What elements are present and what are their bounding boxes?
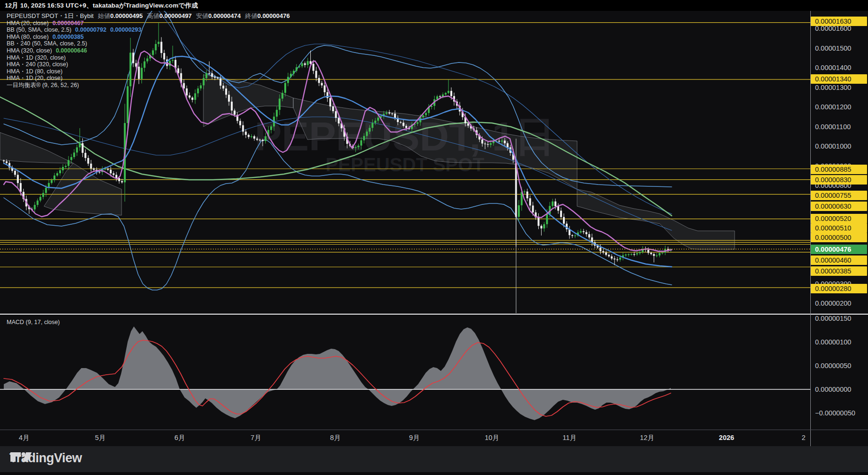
indicator-label: HMA・240 (320, close): [7, 61, 68, 68]
indicator-row[interactable]: HMA・1D (80, close): [7, 68, 290, 75]
level-price-label: 0.00000510: [811, 223, 867, 233]
legend-panel: PEPEUSDT SPOT・1日・Bybit始値0.00000495高値0.00…: [7, 13, 290, 89]
price-tick-label: 0.00001400: [810, 63, 868, 72]
macd-label-text: MACD (9, 17, close): [7, 319, 60, 325]
indicator-value: 0.00000646: [56, 47, 87, 54]
price-tick-label: 0.00001200: [810, 102, 868, 112]
price-tick-label: 0.00001500: [810, 44, 868, 53]
indicator-row[interactable]: HMA・240 (320, close): [7, 61, 290, 68]
indicator-row[interactable]: HMA・1D (320, close): [7, 54, 290, 62]
symbol-row[interactable]: PEPEUSDT SPOT・1日・Bybit始値0.00000495高値0.00…: [7, 13, 290, 20]
indicator-row[interactable]: HMA (20, close)0.00000467: [7, 20, 290, 27]
level-price-label: 0.00000460: [811, 255, 867, 265]
attribution-text: 12月 10, 2025 16:53 UTC+9、takatabaがTradin…: [5, 2, 198, 9]
indicator-label: HMA・1D (20, close): [7, 75, 62, 81]
indicator-row[interactable]: 一目均衡表® (9, 26, 52, 26): [7, 82, 290, 89]
level-price-label: 0.00000385: [811, 266, 867, 276]
price-axis[interactable]: 0.000016000.000015000.000014000.00001300…: [810, 11, 868, 446]
ohlc-field-label: 終値: [245, 12, 257, 19]
month-label-6月: 6月: [175, 431, 185, 444]
month-label-2026: 2026: [719, 431, 734, 444]
month-label-7月: 7月: [251, 431, 262, 444]
indicator-label: 一目均衡表® (9, 26, 52, 26): [7, 82, 79, 88]
level-price-label: 0.00000630: [811, 202, 867, 211]
indicator-row[interactable]: BB・240 (50, SMA, close, 2.5): [7, 40, 290, 47]
indicator-value: 0.00000792: [75, 26, 106, 33]
month-label-11月: 11月: [562, 431, 577, 444]
month-label-4月: 4月: [19, 431, 30, 444]
ohlc-field-value: 0.00000476: [257, 12, 290, 19]
level-price-label: 0.00000280: [811, 284, 867, 293]
indicator-row[interactable]: HMA (80, close)0.00000385: [7, 34, 290, 41]
indicator-label: BB (50, SMA, close, 2.5): [7, 26, 71, 33]
price-tick-label: 0.00001000: [810, 141, 868, 151]
ohlc-field-label: 高値: [147, 12, 159, 19]
ohlc-field-label: 始値: [98, 12, 110, 19]
pane-divider[interactable]: [0, 314, 868, 315]
month-label-5月: 5月: [95, 431, 106, 444]
macd-tick-label: 0.00000000: [810, 385, 868, 394]
level-price-label: 0.00000755: [811, 191, 867, 200]
indicator-value: 0.00000385: [53, 34, 84, 40]
time-axis[interactable]: 4月5月6月7月8月9月10月11月12月20262月: [0, 431, 810, 445]
indicator-label: HMA (320, close): [7, 47, 52, 54]
level-price-label: 0.00000500: [811, 233, 867, 242]
indicator-row[interactable]: HMA・1D (20, close): [7, 75, 290, 82]
tradingview-logo-icon: [9, 451, 32, 463]
level-price-label: 0.00001340: [811, 74, 867, 84]
indicator-label: HMA・1D (80, close): [7, 68, 62, 75]
indicator-label: HMA (80, close): [7, 34, 49, 40]
month-label-9月: 9月: [409, 431, 420, 444]
price-tick-label: 0.00001100: [810, 122, 868, 132]
attribution-bar: 12月 10, 2025 16:53 UTC+9、takatabaがTradin…: [0, 0, 868, 11]
level-price-label: 0.00000830: [811, 175, 867, 185]
month-label-8月: 8月: [330, 431, 341, 444]
symbol-title: PEPEUSDT SPOT・1日・Bybit: [7, 12, 94, 19]
tradingview-logo[interactable]: TradingView: [9, 451, 82, 466]
tradingview-screenshot: PEPEUSDT, 1日PEPEUSDT SPOT 12月 10, 2025 1…: [0, 0, 868, 475]
indicator-label: HMA・1D (320, close): [7, 54, 66, 61]
current-price-label: 0.00000476: [811, 245, 867, 254]
level-price-label: 0.00000520: [811, 214, 867, 223]
bottom-strip: [0, 472, 868, 475]
indicator-value: 0.00000293: [110, 26, 141, 33]
macd-tick-label: 0.00000050: [810, 361, 868, 370]
indicator-row[interactable]: BB (50, SMA, close, 2.5)0.000007920.0000…: [7, 26, 290, 34]
level-price-label: 0.00001630: [811, 17, 867, 26]
indicator-label: BB・240 (50, SMA, close, 2.5): [7, 40, 87, 47]
macd-tick-label: −0.00000050: [810, 408, 868, 418]
month-label-10月: 10月: [485, 431, 500, 444]
month-label-12月: 12月: [640, 431, 655, 444]
footer-toolbar: TradingView: [0, 446, 868, 472]
macd-tick-label: 0.00000100: [810, 337, 868, 347]
ohlc-field-value: 0.00000497: [159, 12, 192, 19]
ohlc-field-label: 安値: [196, 12, 208, 19]
ohlc-field-value: 0.00000474: [208, 12, 241, 19]
level-price-label: 0.00000885: [811, 165, 867, 174]
ohlc-field-value: 0.00000495: [110, 12, 143, 19]
macd-tick-label: 0.00000150: [810, 314, 868, 323]
macd-indicator-label[interactable]: MACD (9, 17, close): [7, 319, 60, 325]
price-tick-label: 0.00000200: [810, 299, 868, 308]
indicator-row[interactable]: HMA (320, close)0.00000646: [7, 47, 290, 54]
indicator-label: HMA (20, close): [7, 20, 49, 26]
price-tick-label: 0.00001300: [810, 83, 868, 92]
indicator-value: 0.00000467: [53, 20, 84, 26]
